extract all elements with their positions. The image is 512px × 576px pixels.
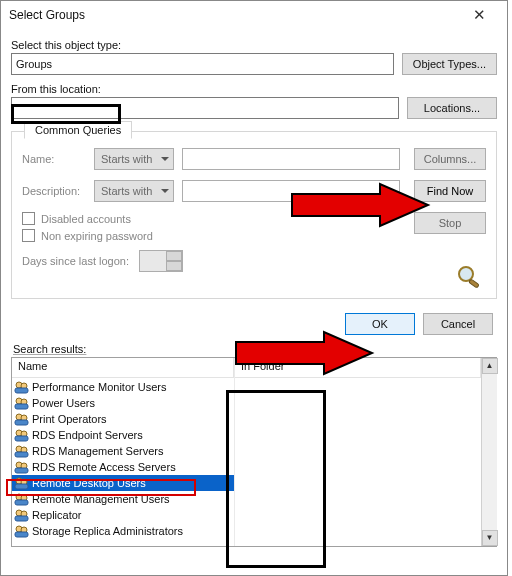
- location-label: From this location:: [11, 83, 497, 95]
- group-icon: [14, 476, 29, 490]
- search-icon: [454, 264, 486, 288]
- svg-rect-22: [15, 484, 28, 489]
- list-item-label: RDS Remote Access Servers: [32, 459, 176, 475]
- location-input[interactable]: [11, 97, 399, 119]
- select-groups-dialog: Select Groups ✕ Select this object type:…: [0, 0, 508, 576]
- list-item-label: Storage Replica Administrators: [32, 523, 183, 539]
- group-icon: [14, 380, 29, 394]
- chevron-down-icon: [161, 157, 169, 161]
- ok-button[interactable]: OK: [345, 313, 415, 335]
- svg-rect-19: [15, 468, 28, 473]
- list-item-label: Performance Monitor Users: [32, 379, 167, 395]
- group-icon: [14, 508, 29, 522]
- non-expiring-password-checkbox[interactable]: [22, 229, 35, 242]
- object-type-input[interactable]: Groups: [11, 53, 394, 75]
- name-filter-label: Name:: [22, 153, 86, 165]
- svg-rect-16: [15, 452, 28, 457]
- list-item-label: Remote Desktop Users: [32, 475, 146, 491]
- list-item[interactable]: Print Operators: [12, 411, 234, 427]
- svg-rect-10: [15, 420, 28, 425]
- scroll-down-button[interactable]: ▼: [482, 530, 498, 546]
- svg-rect-25: [15, 500, 28, 505]
- disabled-accounts-checkbox[interactable]: [22, 212, 35, 225]
- list-item[interactable]: Remote Management Users: [12, 491, 234, 507]
- svg-rect-28: [15, 516, 28, 521]
- column-header-folder[interactable]: In Folder: [235, 358, 481, 377]
- column-header-name[interactable]: Name: [12, 358, 234, 377]
- non-expiring-password-label: Non expiring password: [41, 230, 153, 242]
- group-icon: [14, 460, 29, 474]
- scroll-up-button[interactable]: ▲: [482, 358, 498, 374]
- group-icon: [14, 492, 29, 506]
- search-results-label: Search results:: [13, 343, 497, 355]
- list-item-label: RDS Endpoint Servers: [32, 427, 143, 443]
- chevron-down-icon: [161, 189, 169, 193]
- spin-up-icon[interactable]: [166, 251, 182, 261]
- object-type-label: Select this object type:: [11, 39, 497, 51]
- name-match-value: Starts with: [101, 153, 152, 165]
- days-since-logon-label: Days since last logon:: [22, 255, 129, 267]
- name-match-combo[interactable]: Starts with: [94, 148, 174, 170]
- list-item-label: Replicator: [32, 507, 82, 523]
- tab-common-queries[interactable]: Common Queries: [24, 121, 132, 139]
- description-filter-label: Description:: [22, 185, 86, 197]
- columns-button[interactable]: Columns...: [414, 148, 486, 170]
- dialog-title: Select Groups: [9, 8, 85, 22]
- svg-rect-4: [15, 388, 28, 393]
- svg-rect-13: [15, 436, 28, 441]
- description-filter-input[interactable]: [182, 180, 400, 202]
- group-icon: [14, 428, 29, 442]
- list-item-label: RDS Management Servers: [32, 443, 163, 459]
- svg-rect-1: [469, 279, 479, 288]
- svg-point-0: [459, 267, 473, 281]
- days-since-logon-spinner[interactable]: [139, 250, 183, 272]
- titlebar: Select Groups ✕: [1, 1, 507, 29]
- close-button[interactable]: ✕: [459, 1, 499, 29]
- object-types-button[interactable]: Object Types...: [402, 53, 497, 75]
- description-match-value: Starts with: [101, 185, 152, 197]
- common-queries-frame: Common Queries Name: Starts with Descrip…: [11, 131, 497, 299]
- spin-down-icon[interactable]: [166, 261, 182, 271]
- group-icon: [14, 412, 29, 426]
- results-list: Name Performance Monitor UsersPower User…: [11, 357, 497, 547]
- group-icon: [14, 396, 29, 410]
- list-item[interactable]: Remote Desktop Users: [12, 475, 234, 491]
- list-item-label: Print Operators: [32, 411, 107, 427]
- list-item-label: Power Users: [32, 395, 95, 411]
- name-filter-input[interactable]: [182, 148, 400, 170]
- list-item[interactable]: RDS Endpoint Servers: [12, 427, 234, 443]
- list-item[interactable]: Replicator: [12, 507, 234, 523]
- list-item-label: Remote Management Users: [32, 491, 170, 507]
- group-icon: [14, 524, 29, 538]
- cancel-button[interactable]: Cancel: [423, 313, 493, 335]
- stop-button[interactable]: Stop: [414, 212, 486, 234]
- list-item[interactable]: Storage Replica Administrators: [12, 523, 234, 539]
- svg-rect-31: [15, 532, 28, 537]
- list-item[interactable]: Performance Monitor Users: [12, 379, 234, 395]
- group-icon: [14, 444, 29, 458]
- svg-rect-7: [15, 404, 28, 409]
- locations-button[interactable]: Locations...: [407, 97, 497, 119]
- find-now-button[interactable]: Find Now: [414, 180, 486, 202]
- disabled-accounts-label: Disabled accounts: [41, 213, 131, 225]
- description-match-combo[interactable]: Starts with: [94, 180, 174, 202]
- list-item[interactable]: Power Users: [12, 395, 234, 411]
- list-item[interactable]: RDS Remote Access Servers: [12, 459, 234, 475]
- list-item[interactable]: RDS Management Servers: [12, 443, 234, 459]
- vertical-scrollbar[interactable]: ▲ ▼: [481, 358, 497, 546]
